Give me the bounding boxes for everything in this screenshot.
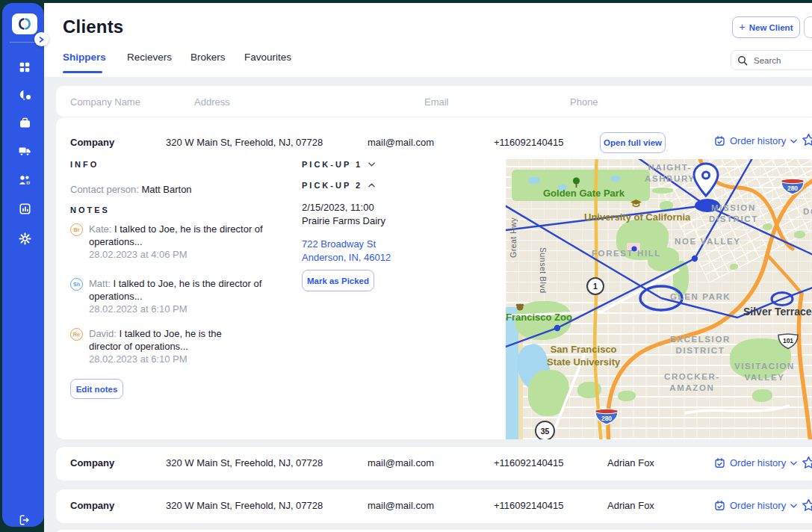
row-phone: +116092140415 <box>494 457 563 468</box>
note-date: 28.02.2023 at 6:10 PM <box>89 353 252 365</box>
sidebar-item-shipments[interactable] <box>17 143 32 158</box>
map-label-glen-park: GLEN PARK <box>670 292 731 301</box>
chat-bubbles-icon <box>18 88 32 102</box>
row-email: mail@mail.com <box>368 457 434 468</box>
table-header: Company Name Address Email Phone <box>56 86 812 117</box>
tab-shippers[interactable]: Shippers <box>63 52 106 63</box>
map-label-golden-gate-park: Golden Gate Park <box>543 188 625 199</box>
chevron-down-icon <box>368 162 375 167</box>
map-label-visitacion-valley: VISITACIONVALLEY <box>734 361 795 383</box>
note-badge-reciever: Re <box>70 328 83 341</box>
sidebar-collapse-button[interactable] <box>34 32 49 46</box>
note-date: 28.02.2023 at 6:10 PM <box>89 303 276 315</box>
edit-notes-button[interactable]: Edit notes <box>70 379 123 399</box>
col-address: Address <box>194 96 230 108</box>
route-1-shield: 1 <box>586 277 604 295</box>
active-tab-underline <box>63 71 102 73</box>
company-name[interactable]: Company <box>70 137 114 148</box>
users-group-icon <box>17 173 32 188</box>
sidebar-item-reports[interactable] <box>17 201 32 216</box>
page-title: Clients <box>63 16 123 37</box>
map-label-crocker-amazon: CROCKER-AMAZON <box>664 371 720 394</box>
chevron-down-icon <box>790 504 797 508</box>
sidebar-divider <box>10 42 38 43</box>
sidebar-item-dashboard[interactable] <box>17 60 32 75</box>
open-full-view-button[interactable]: Open full view <box>600 132 666 153</box>
col-company-name: Company Name <box>70 96 140 108</box>
map[interactable]: HAIGHT-ASHBURY Golden Gate Park Universi… <box>506 159 812 439</box>
us-101-shield: 101 <box>776 332 800 350</box>
note-badge-shipper: Sh <box>70 278 83 291</box>
briefcase-icon <box>18 116 32 130</box>
order-history-dropdown[interactable]: Order history <box>714 500 797 511</box>
company-phone: +116092140415 <box>494 137 563 148</box>
svg-text:280: 280 <box>787 185 798 192</box>
company-email: mail@mail.com <box>368 137 434 148</box>
map-label-haight-ashbury: HAIGHT-ASHBURY <box>645 162 695 185</box>
logout-icon <box>18 513 31 527</box>
row-company: Company <box>70 457 114 468</box>
truck-icon <box>17 143 32 158</box>
notes-heading: NOTES <box>70 205 110 214</box>
row-address: 320 W Main St, Freehold, NJ, 07728 <box>166 500 323 511</box>
map-label-forest-hill: FOREST HILL <box>592 249 661 258</box>
sidebar-item-logout[interactable] <box>17 513 32 528</box>
sidebar-item-messages[interactable] <box>17 87 32 102</box>
row-company: Company <box>70 500 114 511</box>
calendar-icon <box>714 457 725 468</box>
map-label-great-hwy: Great Hwy <box>509 217 518 258</box>
map-label-noe-valley: NOE VALLEY <box>675 237 741 246</box>
search-box[interactable] <box>731 50 812 70</box>
favourite-star-icon[interactable] <box>802 456 812 473</box>
company-address: 320 W Main St, Freehold, NJ, 07728 <box>166 137 323 148</box>
secondary-header-button[interactable] <box>804 16 812 38</box>
pickup-2-toggle[interactable]: PICK-UP 2 <box>302 181 375 190</box>
calendar-icon <box>714 500 725 511</box>
sidebar-item-settings[interactable] <box>17 231 32 246</box>
map-label-francisco-zoo: Francisco Zoo <box>506 312 572 323</box>
mark-as-picked-button[interactable]: Mark as Picked <box>302 270 374 291</box>
route-35-shield: 35 <box>535 421 555 439</box>
map-roads <box>506 159 812 439</box>
gear-icon <box>18 232 32 246</box>
pickup-address-line1[interactable]: 722 Broadway St <box>302 238 376 250</box>
note-badge-broker: Br <box>70 223 83 236</box>
search-input[interactable] <box>752 55 812 66</box>
order-history-dropdown[interactable]: Order history <box>714 135 797 146</box>
tab-brokers[interactable]: Brokers <box>190 52 226 63</box>
order-history-dropdown[interactable]: Order history <box>714 457 797 468</box>
interstate-280-shield: 280 <box>779 177 806 195</box>
tab-favourites[interactable]: Favourites <box>244 52 291 63</box>
map-label-sunset-blvd: Sunset Blvd <box>539 247 548 294</box>
sidebar-item-brokers[interactable] <box>17 115 32 130</box>
row-phone: +116092140415 <box>494 500 563 511</box>
client-card-expanded: Company 320 W Main St, Freehold, NJ, 077… <box>56 117 812 439</box>
col-phone: Phone <box>570 96 598 108</box>
map-label-university-of-california: University of California <box>584 211 690 223</box>
chevron-down-icon <box>790 139 797 143</box>
page-header <box>44 3 812 78</box>
pickup-1-toggle[interactable]: PICK-UP 1 <box>302 160 375 169</box>
plus-icon: + <box>740 21 746 33</box>
pickup-address-line2[interactable]: Anderson, IN, 46012 <box>302 252 391 263</box>
svg-text:101: 101 <box>783 337 793 344</box>
table-row[interactable]: Company 320 W Main St, Freehold, NJ, 077… <box>56 447 812 480</box>
map-pin-icon <box>694 164 718 196</box>
dashboard-grid-icon <box>18 61 31 74</box>
map-label-mission-district: MISSIONDISTRICT <box>709 202 758 225</box>
favourite-star-icon[interactable] <box>802 133 812 150</box>
table-row[interactable]: Company 320 W Main St, Freehold, NJ, 077… <box>56 489 812 523</box>
map-label-excelsior-district: EXCELSIORDISTRICT <box>670 334 731 356</box>
row-address: 320 W Main St, Freehold, NJ, 07728 <box>166 457 323 468</box>
app-logo <box>12 13 37 34</box>
note-item: Sh Matt: I talked to Joe, he is the dire… <box>70 277 276 315</box>
tab-recievers[interactable]: Recievers <box>127 52 172 63</box>
search-icon <box>737 55 748 66</box>
new-client-button[interactable]: + New Client <box>732 16 800 38</box>
map-label-silver-terrace: Silver Terrace <box>743 306 812 318</box>
map-label-sf-state-university: San FranciscoState University <box>547 343 620 368</box>
row-contact: Adrian Fox <box>607 457 654 468</box>
sidebar-item-clients[interactable] <box>17 173 32 188</box>
favourite-star-icon[interactable] <box>802 498 812 516</box>
note-date: 28.02.2023 at 4:06 PM <box>89 248 276 261</box>
